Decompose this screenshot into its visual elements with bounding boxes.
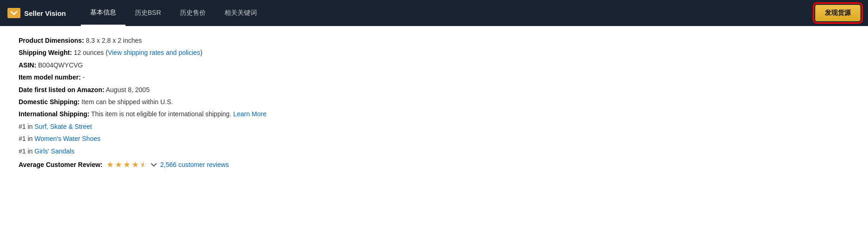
star-half-container: ☆ ★ <box>140 158 147 172</box>
model-row: Item model number: - <box>19 72 400 82</box>
asin-label: ASIN: <box>19 61 36 69</box>
star-2: ★ <box>115 158 122 172</box>
navbar-action: 发现货源 <box>815 5 861 21</box>
international-label: International Shipping: <box>19 110 89 118</box>
brand-name: Seller Vision <box>24 9 66 17</box>
domestic-value: Item can be shipped within U.S. <box>81 98 173 106</box>
chevron-down-icon[interactable] <box>151 160 157 170</box>
date-row: Date first listed on Amazon: August 8, 2… <box>19 85 400 95</box>
brand-icon <box>7 8 20 18</box>
star-4: ★ <box>132 158 139 172</box>
model-value: - <box>83 73 85 81</box>
shipping-link[interactable]: View shipping rates and policies <box>108 49 200 56</box>
rank1-link[interactable]: Surf, Skate & Street <box>34 123 92 130</box>
shipping-suffix: ) <box>200 49 203 56</box>
learn-more-link[interactable]: Learn More <box>233 110 267 118</box>
star-1: ★ <box>106 158 114 172</box>
rank3-link[interactable]: Girls' Sandals <box>34 147 74 155</box>
rank2-prefix: #1 in <box>19 135 34 142</box>
tab-history-bsr[interactable]: 历史BSR <box>125 0 171 26</box>
tab-history-price[interactable]: 历史售价 <box>171 0 215 26</box>
date-label: Date first listed on Amazon: <box>19 86 105 93</box>
shipping-weight-value: 12 ounces ( <box>74 49 108 56</box>
review-label: Average Customer Review: <box>19 160 103 170</box>
star-half-fill: ★ <box>140 158 144 172</box>
product-info-section: Product Dimensions: 8.3 x 2.8 x 2 inches… <box>0 26 418 183</box>
dimensions-value: 8.3 x 2.8 x 2 inches <box>86 37 142 44</box>
rank3-prefix: #1 in <box>19 147 34 155</box>
brand-container[interactable]: Seller Vision <box>7 8 66 18</box>
review-row: Average Customer Review: ★ ★ ★ ★ ☆ ★ 2,5… <box>19 158 400 172</box>
discover-source-button[interactable]: 发现货源 <box>815 5 861 21</box>
international-shipping-row: International Shipping: This item is not… <box>19 109 400 119</box>
rank1-row: #1 in Surf, Skate & Street <box>19 121 400 132</box>
tab-related-keywords[interactable]: 相关关键词 <box>215 0 266 26</box>
domestic-label: Domestic Shipping: <box>19 98 79 106</box>
asin-value: B004QWYCVG <box>38 61 83 69</box>
domestic-shipping-row: Domestic Shipping: Item can be shipped w… <box>19 97 400 107</box>
date-value: August 8, 2005 <box>106 86 150 93</box>
tab-basic-info[interactable]: 基本信息 <box>81 0 125 26</box>
nav-tabs: 基本信息 历史BSR 历史售价 相关关键词 <box>81 0 266 26</box>
star-rating: ★ ★ ★ ★ ☆ ★ <box>106 158 147 172</box>
asin-row: ASIN: B004QWYCVG <box>19 60 400 70</box>
rank2-row: #1 in Women's Water Shoes <box>19 133 400 144</box>
international-value: This item is not eligible for internatio… <box>91 110 231 118</box>
rank1-prefix: #1 in <box>19 123 34 130</box>
navbar: Seller Vision 基本信息 历史BSR 历史售价 相关关键词 发现货源 <box>0 0 868 26</box>
rank2-link[interactable]: Women's Water Shoes <box>34 135 100 142</box>
svg-rect-0 <box>10 10 18 16</box>
model-label: Item model number: <box>19 73 81 81</box>
star-3: ★ <box>123 158 131 172</box>
review-count-link[interactable]: 2,566 customer reviews <box>160 160 229 170</box>
shipping-weight-label: Shipping Weight: <box>19 49 72 56</box>
shipping-weight-row: Shipping Weight: 12 ounces (View shippin… <box>19 47 400 58</box>
rank3-row: #1 in Girls' Sandals <box>19 146 400 156</box>
dimensions-label: Product Dimensions: <box>19 37 84 44</box>
dimensions-row: Product Dimensions: 8.3 x 2.8 x 2 inches <box>19 35 400 46</box>
